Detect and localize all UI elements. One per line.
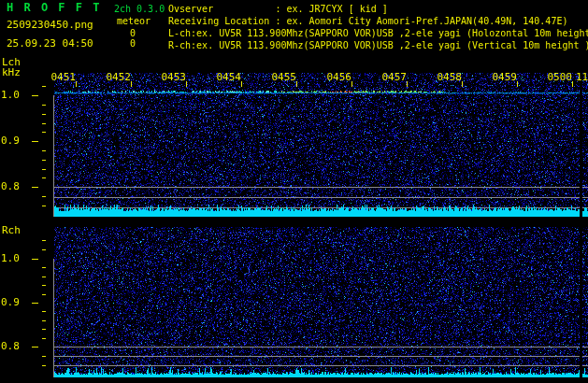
- datetime-label: 25.09.23 04:50: [7, 38, 93, 49]
- time-label: 0453: [161, 72, 186, 82]
- meteor-count-top: 0: [106, 28, 136, 38]
- info-line-rch: R-ch:ex. UV5R 113.900Mhz(SAPPORO VOR)USB…: [168, 40, 588, 50]
- lch-freq-label-1.0: 1.0: [1, 90, 25, 100]
- rch-freq-label-1.0: 1.0: [1, 253, 25, 263]
- app-version: 2ch 0.3.0: [114, 4, 165, 14]
- spectrogram-canvas: [0, 0, 588, 383]
- meteor-count-bottom: 0: [106, 38, 136, 49]
- time-label: 0451: [50, 72, 76, 82]
- lch-freq-label-0.8: 0.8: [1, 181, 25, 192]
- info-line-location: Receiving Location : ex. Aomori City Aom…: [168, 16, 567, 26]
- rch-freq-label-0.8: 0.8: [1, 341, 25, 351]
- time-label: 0456: [326, 72, 351, 82]
- time-label: 0458: [437, 72, 462, 82]
- mode-label: meteor: [117, 16, 151, 26]
- time-label: 0455: [271, 72, 296, 82]
- rch-freq-label-0.9: 0.9: [1, 297, 25, 307]
- time-label: 0459: [492, 72, 517, 82]
- info-line-observer: Ovserver : ex. JR7CYX [ kid ]: [168, 4, 388, 14]
- time-label: 0454: [216, 72, 241, 82]
- app-title: H R O F F T: [7, 3, 101, 13]
- output-filename: 2509230450.png: [7, 20, 93, 30]
- hrofft-window: H R O F F T 2ch 0.3.0 2509230450.png met…: [0, 0, 588, 383]
- info-line-lch: L-ch:ex. UV5R 113.900Mhz(SAPPORO VOR)USB…: [168, 28, 588, 38]
- time-label: 0500: [547, 72, 572, 82]
- time-label: 0452: [106, 72, 131, 82]
- time-label: 0457: [381, 72, 407, 82]
- rch-panel-label: Rch: [2, 225, 21, 235]
- freq-unit-label: kHz: [2, 67, 21, 78]
- time-label-overflow: 11: [576, 72, 588, 82]
- lch-freq-label-0.9: 0.9: [1, 135, 25, 146]
